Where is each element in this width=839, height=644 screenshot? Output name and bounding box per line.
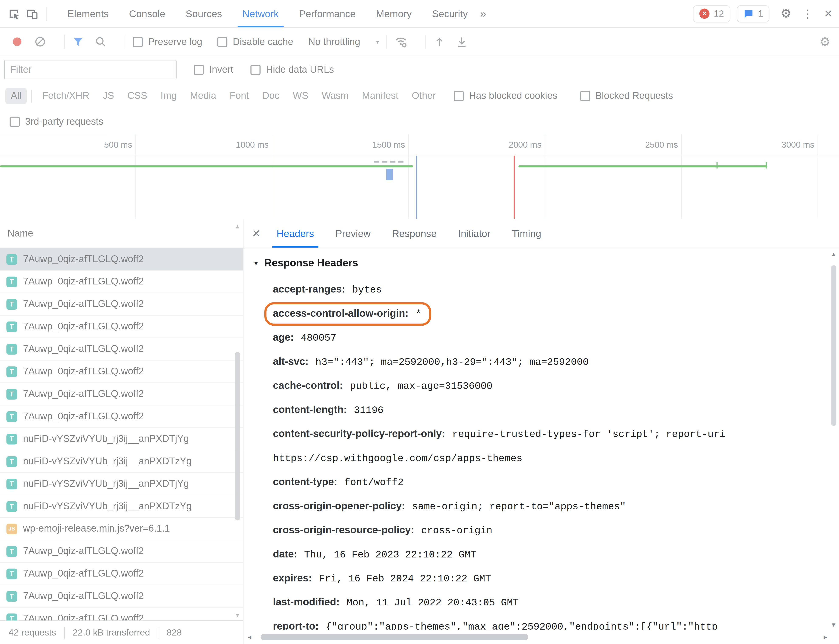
response-headers-section[interactable]: ▼ Response Headers — [253, 257, 816, 269]
scrollbar-thumb[interactable] — [260, 634, 528, 640]
request-row[interactable]: T7Auwp_0qiz-afTLGLQ.woff2 — [0, 383, 243, 405]
detail-tab-preview[interactable]: Preview — [325, 219, 381, 248]
request-row[interactable]: TnuFiD-vYSZviVYUb_rj3ij__anPXDTjYg — [0, 428, 243, 450]
dom-content-loaded-marker — [416, 156, 417, 219]
checkbox-box — [133, 37, 143, 47]
request-row[interactable]: T7Auwp_0qiz-afTLGLQ.woff2 — [0, 271, 243, 293]
header-value: bytes — [352, 284, 382, 296]
record-button[interactable] — [13, 38, 21, 46]
issues-badge[interactable]: 1 — [737, 5, 770, 22]
settings-gear-icon[interactable]: ⚙ — [780, 7, 791, 21]
inspect-element-icon[interactable] — [7, 7, 20, 20]
network-settings-gear-icon[interactable]: ⚙ — [819, 34, 831, 49]
request-row[interactable]: JSwp-emoji-release.min.js?ver=6.1.1 — [0, 518, 243, 540]
request-row[interactable]: T7Auwp_0qiz-afTLGLQ.woff2 — [0, 361, 243, 383]
request-name: nuFiD-vYSZviVYUb_rj3ij__anPXDTjYg — [23, 478, 189, 490]
type-filter-manifest[interactable]: Manifest — [357, 88, 404, 104]
scroll-up-icon[interactable]: ▲ — [234, 223, 240, 230]
request-row[interactable]: TnuFiD-vYSZviVYUb_rj3ij__anPXDTzYg — [0, 495, 243, 518]
detail-tab-initiator[interactable]: Initiator — [447, 219, 501, 248]
search-icon[interactable] — [95, 36, 106, 48]
scroll-right-icon[interactable]: ► — [823, 634, 828, 640]
divider — [64, 35, 65, 49]
request-row[interactable]: TnuFiD-vYSZviVYUb_rj3ij__anPXDTjYg — [0, 473, 243, 495]
more-tabs-chevron-icon[interactable]: » — [480, 7, 486, 20]
type-filter-other[interactable]: Other — [406, 88, 441, 104]
blocked-requests-checkbox[interactable]: Blocked Requests — [580, 90, 673, 102]
network-filter-input[interactable] — [4, 60, 176, 79]
type-filter-media[interactable]: Media — [185, 88, 222, 104]
scrollbar-thumb[interactable] — [831, 265, 836, 426]
request-row[interactable]: T7Auwp_0qiz-afTLGLQ.woff2 — [0, 608, 243, 621]
header-name: cross-origin-resource-policy: — [273, 524, 414, 536]
scroll-down-icon[interactable]: ▼ — [234, 613, 240, 618]
scroll-down-icon[interactable]: ▼ — [831, 622, 836, 628]
request-row[interactable]: T7Auwp_0qiz-afTLGLQ.woff2 — [0, 405, 243, 428]
request-row[interactable]: T7Auwp_0qiz-afTLGLQ.woff2 — [0, 540, 243, 563]
horizontal-scrollbar[interactable]: ◄ ► — [244, 630, 828, 644]
tab-memory[interactable]: Memory — [366, 0, 422, 27]
request-row[interactable]: T7Auwp_0qiz-afTLGLQ.woff2 — [0, 248, 243, 271]
timeline-gridline — [408, 134, 409, 219]
type-filter-doc[interactable]: Doc — [257, 88, 285, 104]
type-filter-all[interactable]: All — [5, 88, 27, 104]
filter-funnel-icon[interactable] — [72, 36, 84, 48]
tab-security[interactable]: Security — [422, 0, 478, 27]
request-name: nuFiD-vYSZviVYUb_rj3ij__anPXDTzYg — [23, 456, 191, 467]
type-filter-font[interactable]: Font — [224, 88, 254, 104]
font-file-icon: T — [7, 276, 17, 287]
detail-tab-timing[interactable]: Timing — [501, 219, 552, 248]
type-filter-js[interactable]: JS — [97, 88, 119, 104]
script-file-icon: JS — [7, 523, 17, 534]
tab-elements[interactable]: Elements — [57, 0, 119, 27]
network-conditions-icon[interactable] — [394, 35, 407, 48]
throttling-dropdown[interactable]: No throttling ▾ — [308, 36, 379, 47]
type-filter-wasm[interactable]: Wasm — [316, 88, 354, 104]
detail-tab-response[interactable]: Response — [381, 219, 447, 248]
scroll-left-icon[interactable]: ◄ — [247, 634, 252, 640]
request-list-scrollbar[interactable]: ▲ ▼ — [233, 223, 242, 618]
error-count-badge[interactable]: ✕ 12 — [693, 5, 730, 22]
request-row[interactable]: T7Auwp_0qiz-afTLGLQ.woff2 — [0, 293, 243, 315]
menu-dots-icon[interactable]: ⋮ — [802, 7, 813, 20]
invert-checkbox[interactable]: Invert — [194, 64, 233, 75]
request-row[interactable]: TnuFiD-vYSZviVYUb_rj3ij__anPXDTzYg — [0, 450, 243, 473]
scrollbar-thumb[interactable] — [235, 352, 240, 520]
type-filter-ws[interactable]: WS — [287, 88, 313, 104]
import-har-icon[interactable] — [434, 36, 445, 48]
type-filter-img[interactable]: Img — [155, 88, 182, 104]
tab-performance[interactable]: Performance — [289, 0, 366, 27]
type-filter-fetch-xhr[interactable]: Fetch/XHR — [37, 88, 95, 104]
response-header-row: cross-origin-resource-policy:cross-origi… — [273, 518, 816, 542]
disable-cache-checkbox[interactable]: Disable cache — [217, 36, 293, 47]
resources-size: 828 — [166, 627, 182, 638]
main-tabs: ElementsConsoleSourcesNetworkPerformance… — [57, 0, 478, 27]
request-row[interactable]: T7Auwp_0qiz-afTLGLQ.woff2 — [0, 585, 243, 608]
network-overview[interactable]: 500 ms1000 ms1500 ms2000 ms2500 ms3000 m… — [0, 134, 839, 219]
request-row[interactable]: T7Auwp_0qiz-afTLGLQ.woff2 — [0, 563, 243, 585]
export-har-icon[interactable] — [456, 36, 468, 48]
clear-requests-icon[interactable] — [34, 36, 46, 48]
close-details-icon[interactable]: ✕ — [252, 227, 260, 240]
scroll-up-icon[interactable]: ▲ — [831, 251, 836, 257]
name-column-header[interactable]: Name — [0, 219, 243, 248]
response-header-row: cross-origin-opener-policy:same-origin; … — [273, 494, 816, 518]
tab-console[interactable]: Console — [119, 0, 176, 27]
hide-data-urls-checkbox[interactable]: Hide data URLs — [251, 64, 334, 75]
third-party-checkbox[interactable]: 3rd-party requests — [10, 116, 103, 127]
type-filter-css[interactable]: CSS — [122, 88, 153, 104]
details-scrollbar[interactable]: ▲ ▼ — [829, 251, 838, 628]
has-blocked-cookies-checkbox[interactable]: Has blocked cookies — [453, 90, 557, 102]
request-row[interactable]: T7Auwp_0qiz-afTLGLQ.woff2 — [0, 315, 243, 338]
detail-tab-headers[interactable]: Headers — [266, 219, 325, 248]
tab-network[interactable]: Network — [232, 0, 289, 27]
request-row[interactable]: T7Auwp_0qiz-afTLGLQ.woff2 — [0, 338, 243, 361]
request-name: 7Auwp_0qiz-afTLGLQ.woff2 — [23, 321, 144, 332]
font-file-icon: T — [7, 366, 17, 377]
device-toolbar-icon[interactable] — [26, 7, 38, 20]
header-name: accept-ranges: — [273, 283, 345, 295]
request-details-panel: ✕ HeadersPreviewResponseInitiatorTiming … — [244, 219, 839, 644]
close-devtools-icon[interactable]: ✕ — [824, 7, 832, 20]
tab-sources[interactable]: Sources — [176, 0, 232, 27]
preserve-log-checkbox[interactable]: Preserve log — [133, 36, 202, 47]
